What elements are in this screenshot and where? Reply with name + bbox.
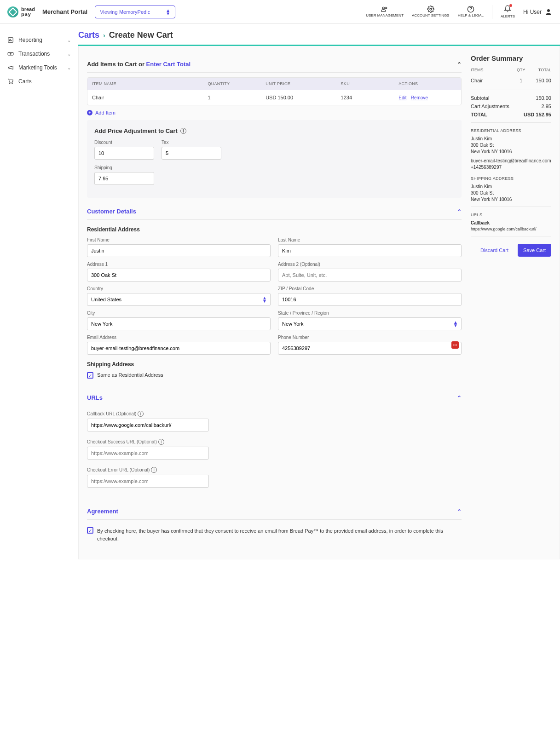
order-summary: Order Summary ITEMS QTY TOTAL Chair 1 15… (471, 54, 551, 545)
plus-icon: + (87, 110, 92, 115)
first-name-input[interactable] (87, 244, 271, 257)
info-icon[interactable]: i (180, 128, 186, 134)
section-customer-details: Customer Details ⌃ (87, 201, 462, 220)
phone-input[interactable] (278, 342, 462, 355)
save-cart-button[interactable]: Save Cart (518, 244, 551, 257)
info-icon[interactable]: i (151, 467, 157, 473)
money-icon (7, 51, 14, 57)
shipping-address-heading: Shipping Address (87, 361, 462, 368)
add-item-button[interactable]: + Add Item (87, 105, 462, 120)
price-adjustment-box: Add Price Adjustment to Cart i Discount … (87, 120, 462, 198)
chevron-down-icon: ⌄ (67, 38, 71, 43)
error-url-input[interactable] (87, 475, 209, 488)
gear-icon (427, 6, 434, 13)
portal-label: Merchant Portal (42, 8, 87, 15)
user-icon (544, 8, 553, 16)
sidebar-item-reporting[interactable]: Reporting ⌄ (5, 33, 74, 47)
svg-point-5 (10, 53, 11, 54)
shipping-input[interactable] (94, 172, 154, 185)
svg-point-2 (547, 9, 550, 12)
last-name-input[interactable] (278, 244, 462, 257)
logo-icon (7, 6, 18, 17)
brand-line2: pay (21, 12, 35, 17)
info-icon[interactable]: i (158, 439, 164, 445)
summary-title: Order Summary (471, 54, 551, 62)
page-title: Create New Cart (109, 30, 173, 40)
svg-point-0 (430, 8, 432, 10)
email-input[interactable] (87, 342, 271, 355)
sidebar-item-transactions[interactable]: Transactions ⌄ (5, 47, 74, 61)
user-menu[interactable]: Hi User (523, 8, 553, 16)
residential-address-heading: Residential Address (87, 226, 462, 233)
breadcrumb: Carts › Create New Cart (78, 24, 560, 45)
top-bar: bread pay Merchant Portal Viewing Memory… (0, 0, 560, 24)
tax-input[interactable] (162, 147, 221, 160)
sidebar: Reporting ⌄ Transactions ⌄ Marketing Too… (0, 24, 78, 573)
callback-url-input[interactable] (87, 419, 209, 431)
sidebar-item-carts[interactable]: Carts (5, 75, 74, 88)
same-address-checkbox[interactable]: ✓ (87, 372, 93, 379)
items-table: ITEM NAME QUANTITY UNIT PRICE SKU ACTION… (87, 77, 462, 105)
success-url-input[interactable] (87, 447, 209, 460)
collapse-icon[interactable]: ⌃ (457, 395, 462, 401)
chart-icon (7, 37, 14, 43)
chevron-down-icon: ⌄ (67, 52, 71, 57)
collapse-icon[interactable]: ⌃ (457, 208, 462, 215)
section-urls: URLs ⌃ (87, 388, 462, 406)
zip-input[interactable] (278, 293, 462, 306)
nav-alerts[interactable]: ALERTS (501, 5, 515, 19)
select-arrows-icon: ▲▼ (166, 9, 170, 15)
megaphone-icon (7, 64, 14, 71)
chevron-down-icon: ⌄ (67, 65, 71, 70)
info-icon[interactable]: i (138, 411, 144, 417)
table-row: Chair 1 USD 150.00 1234 Edit Remove (87, 90, 461, 105)
select-arrows-icon: ▲▼ (262, 296, 267, 303)
sidebar-item-marketing[interactable]: Marketing Tools ⌄ (5, 61, 74, 75)
logo[interactable]: bread pay (7, 6, 35, 17)
nav-help-legal[interactable]: HELP & LEGAL (458, 6, 484, 18)
remove-link[interactable]: Remove (411, 95, 428, 100)
collapse-icon[interactable]: ⌃ (457, 61, 462, 68)
section-agreement: Agreement ⌃ (87, 501, 462, 520)
edit-link[interactable]: Edit (398, 95, 406, 100)
cart-icon (7, 78, 14, 85)
enter-cart-total-link[interactable]: Enter Cart Total (146, 61, 191, 68)
address1-input[interactable] (87, 269, 271, 282)
users-icon (381, 6, 388, 13)
address2-input[interactable] (278, 269, 462, 282)
divider (492, 5, 492, 19)
password-manager-icon[interactable]: ••• (451, 341, 459, 349)
summary-item-row: Chair 1 150.00 (471, 75, 551, 86)
country-select[interactable] (87, 293, 271, 306)
breadcrumb-carts[interactable]: Carts (78, 30, 99, 40)
section-add-items: Add Items to Cart or Enter Cart Total ⌃ (87, 54, 462, 73)
help-icon (467, 6, 474, 13)
nav-user-management[interactable]: USER MANAGEMENT (366, 6, 404, 18)
discount-input[interactable] (94, 147, 154, 160)
select-arrows-icon: ▲▼ (453, 321, 458, 327)
merchant-selector[interactable]: Viewing MemoryPedic ▲▼ (95, 6, 175, 18)
discard-cart-button[interactable]: Discard Cart (475, 244, 514, 257)
agreement-checkbox[interactable]: ✓ (87, 527, 93, 534)
state-select[interactable] (278, 317, 462, 330)
bell-icon (504, 5, 511, 12)
brand-line1: bread (21, 7, 35, 12)
chevron-right-icon: › (103, 32, 105, 39)
city-input[interactable] (87, 317, 271, 330)
collapse-icon[interactable]: ⌃ (457, 508, 462, 515)
svg-rect-4 (8, 52, 13, 55)
nav-account-settings[interactable]: ACCOUNT SETTINGS (412, 6, 450, 18)
